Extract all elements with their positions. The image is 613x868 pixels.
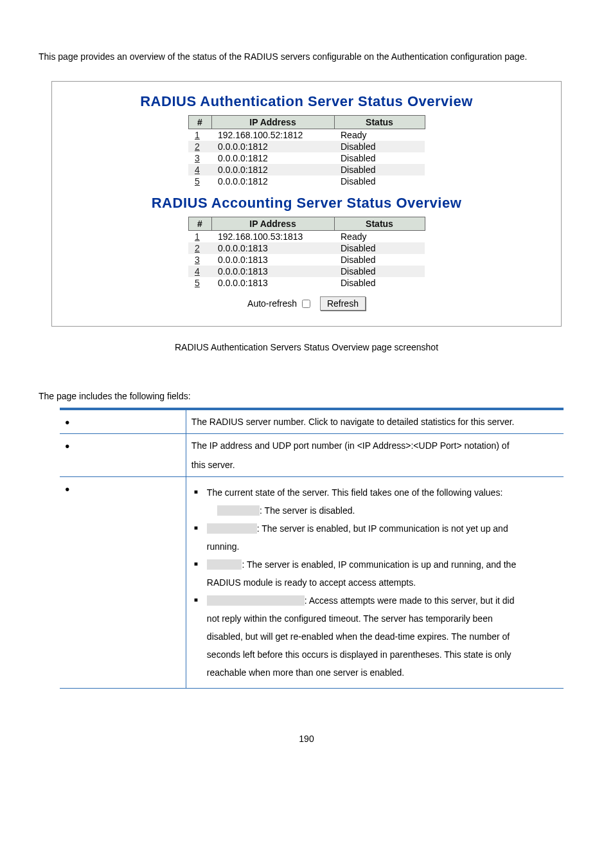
acct-head-num: # (188, 217, 211, 231)
desc-line: : The server is disabled. (260, 505, 355, 516)
table-row: The current state of the server. This fi… (60, 477, 564, 689)
desc-line: disabled, but will get re-enabled when t… (207, 631, 510, 642)
auto-refresh-label: Auto-refresh (247, 298, 297, 309)
auth-row-status: Disabled (334, 152, 425, 164)
acct-row-ip: 0.0.0.0:1813 (211, 254, 334, 266)
table-row: The RADIUS server number. Click to navig… (60, 410, 564, 434)
acct-head-status: Status (334, 217, 425, 231)
desc-line: : The server is enabled, but IP communic… (257, 523, 508, 534)
auth-row-status: Disabled (334, 176, 425, 187)
auth-head-ip: IP Address (211, 116, 334, 129)
acct-row-ip: 0.0.0.0:1813 (211, 242, 334, 254)
screenshot-panel: RADIUS Authentication Server Status Over… (51, 81, 562, 327)
field-desc: The RADIUS server number. Click to navig… (186, 410, 564, 434)
field-desc: The IP address and UDP port number (in <… (186, 434, 564, 477)
auth-row-ip: 0.0.0.0:1812 (211, 176, 334, 187)
table-row: 2 0.0.0.0:1813 Disabled (188, 242, 425, 254)
table-row: 4 0.0.0.0:1812 Disabled (188, 164, 425, 176)
fields-intro: The page includes the following fields: (39, 391, 574, 401)
acct-row-status: Disabled (334, 277, 425, 289)
bullet-icon (65, 484, 73, 494)
table-row: 2 0.0.0.0:1812 Disabled (188, 141, 425, 152)
refresh-button[interactable]: Refresh (320, 296, 366, 311)
auto-refresh-controls: Auto-refresh Refresh (58, 296, 555, 311)
desc-line: RADIUS module is ready to accept access … (207, 577, 416, 588)
acct-row-status: Ready (334, 231, 425, 243)
table-row: 1 192.168.100.52:1812 Ready (188, 129, 425, 141)
screenshot-caption: RADIUS Authentication Servers Status Ove… (39, 342, 574, 352)
auth-row-ip: 0.0.0.0:1812 (211, 141, 334, 152)
auto-refresh-checkbox[interactable] (302, 300, 310, 308)
desc-line: seconds left before this occurs is displ… (207, 649, 511, 660)
auth-row-ip: 0.0.0.0:1812 (211, 152, 334, 164)
page-number: 190 (39, 734, 574, 744)
auth-row-link[interactable]: 5 (188, 176, 211, 187)
acct-server-table: # IP Address Status 1 192.168.100.53:181… (188, 217, 425, 289)
acct-row-link[interactable]: 1 (188, 231, 211, 243)
desc-line: reachable when more than one server is e… (207, 667, 404, 678)
desc-line: The IP address and UDP port number (in <… (191, 440, 558, 451)
table-row: 1 192.168.100.53:1813 Ready (188, 231, 425, 243)
table-row: 3 0.0.0.0:1813 Disabled (188, 254, 425, 266)
auth-head-status: Status (334, 116, 425, 129)
desc-line: not reply within the configured timeout.… (207, 613, 493, 624)
acct-row-link[interactable]: 4 (188, 266, 211, 277)
auth-row-status: Ready (334, 129, 425, 141)
auth-row-ip: 192.168.100.52:1812 (211, 129, 334, 141)
table-row: 3 0.0.0.0:1812 Disabled (188, 152, 425, 164)
acct-row-ip: 0.0.0.0:1813 (211, 277, 334, 289)
auth-row-status: Disabled (334, 164, 425, 176)
desc-line: this server. (191, 460, 558, 470)
acct-row-status: Disabled (334, 266, 425, 277)
bullet-icon (65, 417, 73, 427)
table-row: 4 0.0.0.0:1813 Disabled (188, 266, 425, 277)
acct-head-ip: IP Address (211, 217, 334, 231)
auth-row-link[interactable]: 2 (188, 141, 211, 152)
auth-server-table: # IP Address Status 1 192.168.100.52:181… (188, 115, 425, 187)
desc-line: running. (207, 541, 240, 552)
intro-text: This page provides an overview of the st… (39, 51, 574, 62)
table-row: 5 0.0.0.0:1812 Disabled (188, 176, 425, 187)
auth-row-link[interactable]: 1 (188, 129, 211, 141)
acct-row-ip: 192.168.100.53:1813 (211, 231, 334, 243)
auth-row-link[interactable]: 4 (188, 164, 211, 176)
auth-row-link[interactable]: 3 (188, 152, 211, 164)
table-row: 5 0.0.0.0:1813 Disabled (188, 277, 425, 289)
desc-line: : The server is enabled, IP communicatio… (242, 559, 516, 570)
bullet-icon (65, 440, 73, 451)
field-desc-table: The RADIUS server number. Click to navig… (60, 408, 564, 689)
acct-row-link[interactable]: 3 (188, 254, 211, 266)
acct-title: RADIUS Accounting Server Status Overview (58, 195, 555, 212)
acct-row-status: Disabled (334, 254, 425, 266)
auth-title: RADIUS Authentication Server Status Over… (58, 93, 555, 110)
acct-row-link[interactable]: 2 (188, 242, 211, 254)
auth-row-ip: 0.0.0.0:1812 (211, 164, 334, 176)
auth-head-num: # (188, 116, 211, 129)
acct-row-link[interactable]: 5 (188, 277, 211, 289)
desc-line: : Access attempts were made to this serv… (305, 595, 515, 606)
acct-row-ip: 0.0.0.0:1813 (211, 266, 334, 277)
table-row: The IP address and UDP port number (in <… (60, 434, 564, 477)
acct-row-status: Disabled (334, 242, 425, 254)
auth-row-status: Disabled (334, 141, 425, 152)
desc-line: The current state of the server. This fi… (207, 487, 502, 498)
field-desc: The current state of the server. This fi… (186, 477, 564, 689)
